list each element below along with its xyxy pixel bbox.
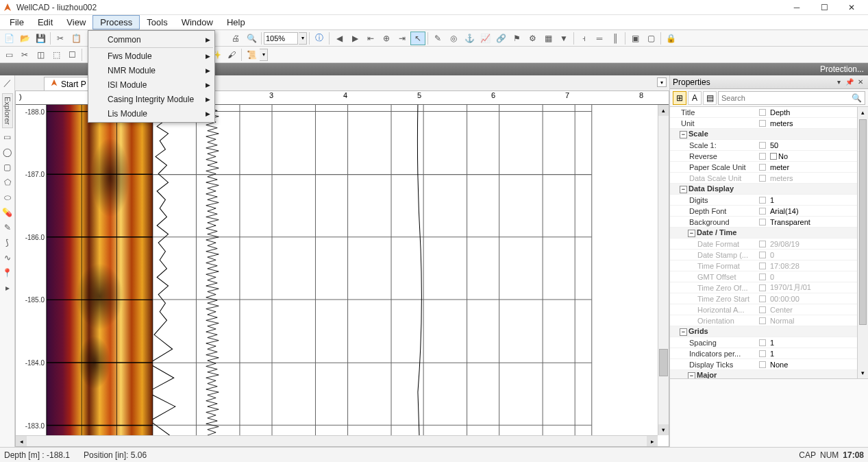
edit-icon[interactable]: ✎	[430, 32, 445, 45]
copy-icon[interactable]: 📋	[69, 32, 84, 45]
script-icon[interactable]: 📜	[244, 48, 259, 62]
ellipse-tool-icon[interactable]: ◯	[1, 146, 14, 158]
scroll-right-icon[interactable]: ▸	[647, 436, 658, 446]
crop-icon[interactable]: ✂	[17, 48, 32, 62]
line-tool-icon[interactable]: ／	[1, 77, 14, 89]
menu-view[interactable]: View	[60, 15, 92, 29]
dist-h-icon[interactable]: ═	[592, 32, 607, 45]
save-icon[interactable]: 💾	[33, 32, 48, 45]
properties-toolbar: ⊞ A ▤ 🔍	[670, 89, 868, 107]
properties-description	[670, 378, 868, 447]
panel-pin-icon[interactable]: 📌	[845, 77, 854, 87]
gear-icon[interactable]: ⚙	[525, 32, 540, 45]
dropdown-nmr[interactable]: NMR Module▶	[88, 63, 214, 77]
find-icon[interactable]: 🔍	[244, 32, 259, 45]
brush-icon[interactable]: 🖌	[224, 48, 239, 62]
zoom-dropdown[interactable]: ▾	[299, 32, 307, 45]
group-icon[interactable]: ▣	[628, 32, 643, 45]
chart-icon[interactable]: 📈	[478, 32, 493, 45]
zoom-input[interactable]: 105%	[264, 32, 298, 45]
dropdown-lis[interactable]: Lis Module▶	[88, 106, 214, 121]
shape3-icon[interactable]: ☐	[64, 48, 79, 62]
scroll-thumb-v[interactable]	[659, 349, 668, 376]
menu-edit[interactable]: Edit	[31, 15, 60, 29]
vertical-scrollbar[interactable]: ▴ ▾	[658, 105, 669, 435]
arrow-right-icon[interactable]: ▶	[347, 32, 362, 45]
cursor-icon[interactable]: ↖	[410, 32, 425, 45]
arrow-left-icon[interactable]: ◀	[332, 32, 347, 45]
help-icon[interactable]: ⓘ	[312, 32, 327, 45]
align-center-icon[interactable]: ⊕	[379, 32, 394, 45]
dropdown-common[interactable]: Common▶	[88, 32, 214, 47]
doc-tab[interactable]: Start P	[44, 77, 92, 90]
scroll-down-icon[interactable]: ▾	[658, 424, 669, 435]
maximize-button[interactable]: ☐	[810, 1, 838, 14]
properties-grid[interactable]: TitleDepth Unitmeters −Scale Scale 1:50 …	[670, 107, 868, 378]
dropdown-fws[interactable]: Fws Module▶	[88, 49, 214, 63]
shape2-icon[interactable]: ⬚	[49, 48, 64, 62]
prop-scroll-down-icon[interactable]: ▾	[858, 367, 868, 378]
tab-label: Start P	[61, 80, 86, 89]
script-dropdown[interactable]: ▾	[260, 49, 268, 61]
align-left-icon[interactable]: ⇤	[363, 32, 378, 45]
dist-v-icon[interactable]: ║	[608, 32, 623, 45]
prop-alpha-icon[interactable]: A	[688, 91, 702, 105]
properties-scrollbar[interactable]: ▴ ▾	[857, 107, 868, 378]
select-box-icon[interactable]: ▭	[1, 48, 16, 62]
status-position: Position [in]: 5.06	[84, 450, 147, 460]
open-icon[interactable]: 📂	[17, 32, 32, 45]
polygon-tool-icon[interactable]: ⬠	[1, 176, 14, 189]
flag-icon[interactable]: ⚑	[509, 32, 524, 45]
document-view: ) 3 4 5 6 7 8 -188.0 -187.0 -186.0 -185.…	[15, 90, 669, 447]
anchor-icon[interactable]: ⚓	[462, 32, 477, 45]
properties-titlebar: Properties ▾ 📌 ✕	[670, 75, 868, 89]
link-icon[interactable]: 🔗	[493, 32, 508, 45]
protection-label: Protection...	[820, 64, 864, 74]
filter-icon[interactable]: ▼	[556, 32, 571, 45]
panel-menu-icon[interactable]: ▾	[834, 77, 843, 87]
print-icon[interactable]: 🖨	[228, 32, 243, 45]
menu-help[interactable]: Help	[220, 15, 252, 29]
arc-tool-icon[interactable]: ⟆	[1, 236, 14, 249]
minimize-button[interactable]: ─	[783, 1, 810, 14]
explorer-tab[interactable]: Explorer	[2, 93, 13, 128]
spacing-icon[interactable]: ⫞	[576, 32, 591, 45]
menu-window[interactable]: Window	[175, 15, 220, 29]
dropdown-casing[interactable]: Casing Integrity Module▶	[88, 92, 214, 106]
expand-icon[interactable]: ▸	[1, 282, 14, 294]
pin-icon[interactable]: 📍	[1, 267, 14, 279]
prop-pages-icon[interactable]: ▤	[703, 91, 717, 105]
tab-icon	[50, 79, 58, 89]
new-icon[interactable]: 📄	[1, 32, 16, 45]
panel-close-icon[interactable]: ✕	[856, 77, 865, 87]
search-input[interactable]	[721, 94, 852, 102]
target-icon[interactable]: ◎	[446, 32, 461, 45]
menu-tools[interactable]: Tools	[140, 15, 174, 29]
align-right-icon[interactable]: ⇥	[395, 32, 410, 45]
scroll-left-icon[interactable]: ◂	[16, 436, 27, 446]
cut-icon[interactable]: ✂	[53, 32, 68, 45]
roundrect-icon[interactable]: ▢	[1, 161, 14, 173]
horizontal-scrollbar[interactable]: ◂ ▸	[16, 435, 658, 446]
dropdown-isi[interactable]: ISI Module▶	[88, 77, 214, 92]
layers-icon[interactable]: ▦	[541, 32, 556, 45]
shape1-icon[interactable]: ◫	[33, 48, 48, 62]
tablet-icon[interactable]: 💊	[1, 206, 14, 219]
scroll-up-icon[interactable]: ▴	[658, 105, 669, 116]
prop-scroll-up-icon[interactable]: ▴	[858, 107, 868, 118]
rect-tool-icon[interactable]: ▭	[1, 131, 14, 143]
prop-categorized-icon[interactable]: ⊞	[673, 91, 686, 105]
properties-search[interactable]: 🔍	[718, 91, 865, 105]
bezier-tool-icon[interactable]: ∿	[1, 252, 14, 264]
status-cap: CAP	[799, 450, 816, 460]
menu-file[interactable]: File	[3, 15, 31, 29]
close-button[interactable]: ✕	[838, 1, 865, 14]
text-tool-icon[interactable]: ✎	[1, 221, 14, 234]
tab-dropdown[interactable]: ▾	[657, 77, 667, 87]
ungroup-icon[interactable]: ▢	[643, 32, 658, 45]
search-icon[interactable]: 🔍	[852, 93, 862, 103]
menu-process[interactable]: Process	[92, 15, 140, 29]
log-view[interactable]: -188.0 -187.0 -186.0 -185.0 -184.0 -183.…	[16, 105, 658, 435]
squish-icon[interactable]: ⬭	[1, 191, 14, 204]
lock-icon[interactable]: 🔒	[663, 32, 678, 45]
